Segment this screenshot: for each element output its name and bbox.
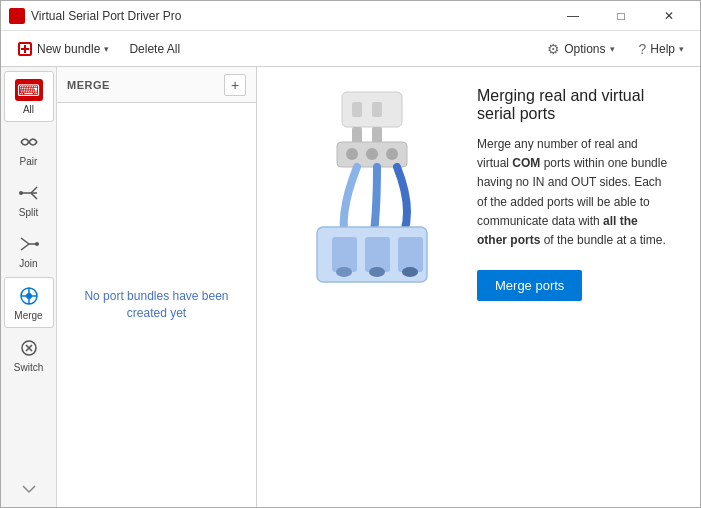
minimize-button[interactable]: — [550,1,596,31]
merge-icon [15,284,43,308]
sidebar-label-pair: Pair [20,156,38,167]
sidebar-item-pair[interactable]: Pair [4,124,54,173]
svg-rect-24 [365,237,390,272]
toolbar-right: ⚙ Options ▾ ? Help ▾ [539,37,692,61]
window-controls: — □ ✕ [550,1,692,31]
svg-line-5 [21,244,29,250]
bundle-list: MERGE + No port bundles have been create… [57,67,257,507]
svg-rect-15 [372,102,382,117]
help-arrow: ▾ [679,44,684,54]
svg-point-21 [386,148,398,160]
sidebar-label-join: Join [19,258,37,269]
detail-description: Merge any number of real and virtual COM… [477,135,670,250]
delete-all-button[interactable]: Delete All [121,38,188,60]
new-bundle-arrow: ▾ [104,44,109,54]
detail-content: Merging real and virtual serial ports Me… [287,87,670,301]
sidebar-item-split[interactable]: Split [4,175,54,224]
sidebar-label-switch: Switch [14,362,43,373]
new-bundle-icon [17,41,33,57]
svg-point-19 [346,148,358,160]
svg-point-28 [402,267,418,277]
sidebar-item-all[interactable]: ⌨ All [4,71,54,122]
app-icon [9,8,25,24]
all-icon: ⌨ [15,78,43,102]
svg-point-20 [366,148,378,160]
close-button[interactable]: ✕ [646,1,692,31]
options-arrow: ▾ [610,44,615,54]
sidebar-label-merge: Merge [14,310,42,321]
add-bundle-button[interactable]: + [224,74,246,96]
toolbar-left: New bundle ▾ Delete All [9,37,539,61]
gear-icon: ⚙ [547,41,560,57]
main-area: ⌨ All Pair [1,67,700,507]
bundle-list-title: MERGE [67,79,110,91]
sidebar-item-join[interactable]: Join [4,226,54,275]
switch-icon [15,336,43,360]
svg-line-1 [31,187,37,193]
svg-point-27 [369,267,385,277]
svg-rect-14 [352,102,362,117]
sidebar-label-all: All [23,104,34,115]
options-button[interactable]: ⚙ Options ▾ [539,37,622,61]
sidebar: ⌨ All Pair [1,67,57,507]
pair-icon [15,130,43,154]
bundle-list-header: MERGE + [57,67,256,103]
detail-title: Merging real and virtual serial ports [477,87,670,123]
content-panel: MERGE + No port bundles have been create… [57,67,700,507]
sidebar-item-merge[interactable]: Merge [4,277,54,328]
sidebar-item-switch[interactable]: Switch [4,330,54,379]
svg-rect-23 [332,237,357,272]
more-icon[interactable] [21,481,37,499]
detail-panel: Merging real and virtual serial ports Me… [257,67,700,507]
join-icon [15,232,43,256]
help-circle-icon: ? [639,41,647,57]
merge-ports-button[interactable]: Merge ports [477,270,582,301]
svg-point-26 [336,267,352,277]
title-bar: Virtual Serial Port Driver Pro — □ ✕ [1,1,700,31]
app-window: Virtual Serial Port Driver Pro — □ ✕ New… [0,0,701,508]
svg-point-11 [26,293,32,299]
toolbar: New bundle ▾ Delete All ⚙ Options ▾ ? He… [1,31,700,67]
maximize-button[interactable]: □ [598,1,644,31]
help-button[interactable]: ? Help ▾ [631,37,692,61]
bundle-list-empty: No port bundles have been created yet [57,103,256,507]
svg-line-2 [31,193,37,199]
merge-illustration [287,87,457,290]
new-bundle-button[interactable]: New bundle ▾ [9,37,117,61]
svg-point-7 [35,242,39,246]
svg-rect-25 [398,237,423,272]
svg-line-4 [21,238,29,244]
split-icon [15,181,43,205]
svg-point-3 [19,191,23,195]
window-title: Virtual Serial Port Driver Pro [31,9,550,23]
detail-text: Merging real and virtual serial ports Me… [477,87,670,301]
sidebar-label-split: Split [19,207,38,218]
